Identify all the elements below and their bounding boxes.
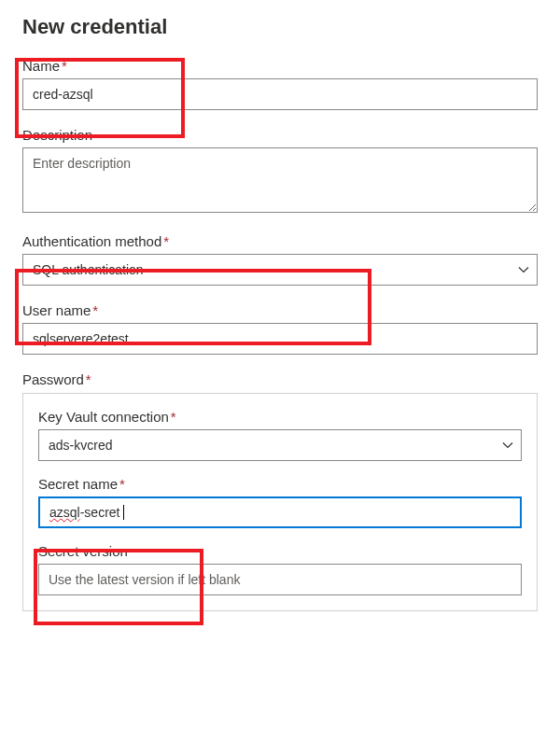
- keyvault-select[interactable]: [38, 429, 522, 461]
- username-field: User name*: [22, 302, 538, 355]
- username-input[interactable]: [22, 323, 538, 355]
- description-field: Description: [22, 127, 538, 217]
- description-label: Description: [22, 127, 538, 143]
- password-label: Password*: [22, 371, 538, 387]
- required-indicator: *: [86, 371, 91, 387]
- auth-method-field: Authentication method*: [22, 233, 538, 286]
- description-input[interactable]: [22, 147, 538, 213]
- required-indicator: *: [119, 476, 125, 492]
- required-indicator: *: [163, 233, 169, 249]
- name-label: Name*: [22, 58, 538, 74]
- keyvault-label: Key Vault connection*: [38, 409, 522, 425]
- secretname-field: Secret name* azsql-secret: [38, 476, 522, 528]
- secretname-label: Secret name*: [38, 476, 522, 492]
- name-input[interactable]: [22, 78, 538, 110]
- keyvault-field: Key Vault connection*: [38, 409, 522, 461]
- secretversion-input[interactable]: [38, 564, 522, 595]
- password-field: Password* Key Vault connection* Secret n…: [22, 371, 538, 611]
- name-field: Name*: [22, 58, 538, 110]
- required-indicator: *: [92, 302, 98, 318]
- password-panel: Key Vault connection* Secret name* azsql…: [22, 393, 538, 611]
- auth-method-select[interactable]: [22, 254, 538, 286]
- secretversion-field: Secret version: [38, 543, 522, 595]
- required-indicator: *: [171, 409, 176, 425]
- auth-method-label: Authentication method*: [22, 233, 538, 249]
- secretversion-label: Secret version: [38, 543, 522, 559]
- page-title: New credential: [22, 15, 538, 39]
- required-indicator: *: [62, 58, 67, 74]
- secretname-input[interactable]: azsql-secret: [38, 496, 522, 528]
- username-label: User name*: [22, 302, 538, 318]
